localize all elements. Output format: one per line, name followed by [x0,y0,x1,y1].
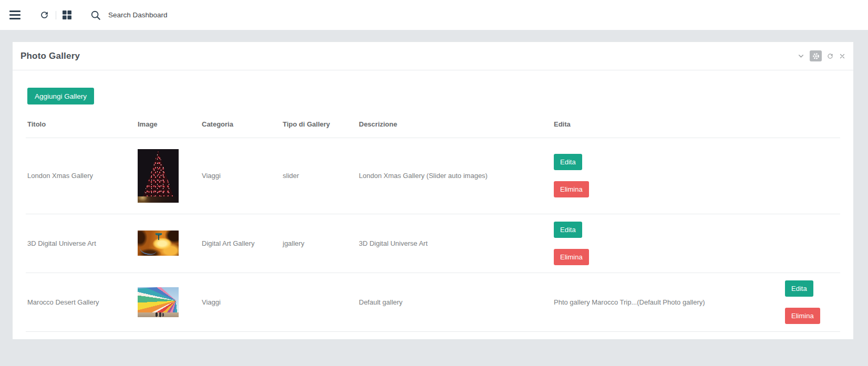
hamburger-menu-button[interactable] [9,8,20,22]
photo-gallery-panel: Photo Gallery [13,42,853,339]
panel-title: Photo Gallery [20,51,80,61]
table-header-row: Titolo Image Categoria Tipo di Gallery D… [26,111,840,138]
cell-actions: Edita Elimina [552,138,840,214]
cell-tipo: slider [281,138,357,214]
gear-icon[interactable] [810,50,822,61]
edita-button[interactable]: Edita [785,280,813,297]
column-header-tipo-di-gallery: Tipo di Gallery [281,111,357,138]
grid-icon[interactable] [63,11,71,19]
refresh-icon[interactable] [39,10,49,20]
cell-categoria: Digital Art Gallery [200,214,281,273]
cell-actions: Edita Elimina [783,273,840,331]
topbar-divider [56,11,56,19]
cell-image [136,138,200,214]
panel-body: Aggiungi Gallery Titolo Image Categoria … [13,70,853,339]
cell-descrizione-extra: Phto gallery Marocco Trip...(Default Pho… [552,273,783,331]
cell-categoria: Viaggi [200,273,281,331]
table-row: Marocco Desert Gallery Viaggi Default ga… [26,273,840,331]
chevron-down-icon[interactable] [797,52,805,60]
search-input[interactable] [108,11,276,19]
elimina-button[interactable]: Elimina [554,249,589,265]
dashboard-page: Photo Gallery [0,0,868,366]
table-row: 3D Digital Universe Art Digital Art Gall… [26,214,840,273]
cell-titolo: London Xmas Gallery [26,138,136,214]
search-icon [90,10,101,20]
column-header-titolo: Titolo [26,111,136,138]
panel-tools [797,50,846,61]
cell-categoria: Viaggi [200,138,281,214]
cell-tipo [281,273,357,331]
edita-button[interactable]: Edita [554,222,582,238]
cell-descrizione: 3D Digital Universe Art [357,214,552,273]
gallery-table: Titolo Image Categoria Tipo di Gallery D… [26,111,840,332]
column-header-edita: Edita [552,111,840,138]
refresh-icon[interactable] [826,53,834,60]
column-header-categoria: Categoria [200,111,281,138]
elimina-button[interactable]: Elimina [554,181,589,197]
panel-header: Photo Gallery [13,42,853,70]
cell-image [136,214,200,273]
cell-descrizione: London Xmas Gallery (Slider auto images) [357,138,552,214]
table-row: London Xmas Gallery Viaggi slider London… [26,138,840,214]
cell-descrizione: Default gallery [357,273,552,331]
close-icon[interactable] [839,53,846,60]
elimina-button[interactable]: Elimina [785,308,820,324]
column-header-descrizione: Descrizione [357,111,552,138]
cell-image [136,273,200,331]
edita-button[interactable]: Edita [554,154,582,170]
gallery-thumbnail-digital-art [138,231,179,256]
cell-titolo: Marocco Desert Gallery [26,273,136,331]
topbar [0,0,868,30]
gallery-thumbnail-rainbow-mural [138,287,179,317]
cell-actions: Edita Elimina [552,214,840,273]
aggiungi-gallery-button[interactable]: Aggiungi Gallery [27,88,94,104]
cell-tipo: jgallery [281,214,357,273]
cell-titolo: 3D Digital Universe Art [26,214,136,273]
column-header-image: Image [136,111,200,138]
gallery-thumbnail-christmas-tree [138,149,179,203]
